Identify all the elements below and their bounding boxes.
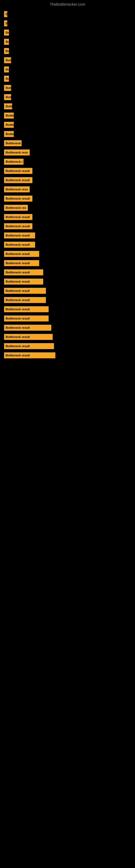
bar-label: Bottleneck resu: [4, 186, 30, 192]
bar-row: Bottleneck result: [4, 342, 131, 350]
bar-label: Bottleneck result: [4, 279, 43, 284]
bar-label: Bottleneck result: [4, 315, 49, 321]
bar-label: Bottleneck result: [4, 232, 35, 239]
bar-label: Bottleneck result: [4, 168, 32, 174]
bar-row: Bottleneck result: [4, 305, 131, 313]
bar-label: B: [4, 11, 7, 17]
bar-row: Bottleneck result: [4, 278, 131, 285]
bar-row: Bottleneck result: [4, 167, 131, 175]
bar-row: B: [4, 20, 131, 27]
bar-label: Bottleneck result: [4, 352, 55, 358]
bar-label: Bottleneck result: [4, 177, 32, 183]
bar-row: Bottleneck result: [4, 324, 131, 332]
bar-row: Bott: [4, 56, 131, 64]
bar-row: Bottleneck result: [4, 296, 131, 304]
bar-label: Bottleneck result: [4, 269, 43, 275]
bar-row: Bottleneck res: [4, 204, 131, 212]
bar-label: Bott: [4, 94, 11, 100]
bar-label: Bottleneck: [4, 140, 21, 146]
bar-label: Bottleneck res: [4, 205, 28, 211]
bar-row: Bo: [4, 47, 131, 55]
bar-row: Bottleneck result: [4, 269, 131, 276]
bar-row: Bottleneck result: [4, 213, 131, 221]
bars-container: BBBoBoBoBottBoBoBottBottBottlBottleBottl…: [0, 8, 135, 364]
bar-row: Bottleneck result: [4, 195, 131, 203]
bar-row: Bo: [4, 66, 131, 73]
bar-row: B: [4, 10, 131, 18]
bar-row: Bottleneck result: [4, 176, 131, 184]
bar-label: Bottleneck result: [4, 251, 39, 257]
bar-row: Bottleneck r: [4, 158, 131, 165]
bar-label: Bottle: [4, 131, 14, 137]
bar-row: Bottleneck result: [4, 351, 131, 359]
bar-label: Bottleneck result: [4, 297, 46, 303]
bar-label: Bottleneck r: [4, 159, 24, 165]
bar-row: Bottleneck resu: [4, 186, 131, 193]
bar-label: Bottleneck result: [4, 325, 51, 331]
bar-label: Bottl: [4, 103, 12, 109]
site-title: TheBottlenecker.com: [0, 0, 135, 8]
bar-label: Bott: [4, 85, 11, 91]
bar-label: Bottleneck result: [4, 343, 54, 349]
bar-label: Bottle: [4, 122, 14, 128]
bar-label: B: [4, 20, 7, 26]
bar-label: Bo: [4, 66, 9, 72]
bar-row: Bottle: [4, 130, 131, 138]
bar-row: Bottleneck result: [4, 333, 131, 341]
bar-label: Bottleneck resu: [4, 150, 30, 155]
bar-label: Bottleneck result: [4, 214, 32, 220]
bar-row: Bott: [4, 84, 131, 92]
bar-row: Bottleneck result: [4, 315, 131, 322]
bar-row: Bottleneck result: [4, 259, 131, 267]
bar-row: Bottleneck result: [4, 250, 131, 258]
bar-row: Bottleneck result: [4, 287, 131, 294]
bar-label: Bottleneck result: [4, 306, 49, 312]
bar-row: Bottle: [4, 112, 131, 119]
bar-row: Bottl: [4, 102, 131, 110]
bar-row: Bo: [4, 29, 131, 36]
bar-row: Bottleneck result: [4, 241, 131, 248]
bar-row: Bottle: [4, 121, 131, 129]
bar-label: Bottleneck result: [4, 242, 35, 248]
bar-label: Bo: [4, 48, 9, 54]
bar-label: Bottleneck result: [4, 334, 53, 340]
bar-label: Bo: [4, 39, 9, 45]
bar-row: Bott: [4, 93, 131, 101]
bar-label: Bottle: [4, 113, 14, 119]
bar-row: Bottleneck result: [4, 222, 131, 230]
bar-row: Bo: [4, 38, 131, 45]
bar-label: Bo: [4, 30, 9, 35]
bar-label: Bottleneck result: [4, 223, 32, 229]
bar-row: Bottleneck: [4, 140, 131, 147]
bar-label: Bottleneck result: [4, 288, 46, 294]
bar-label: Bottleneck result: [4, 260, 39, 266]
bar-row: Bottleneck result: [4, 231, 131, 239]
bar-label: Bott: [4, 57, 11, 63]
bar-label: Bo: [4, 76, 9, 82]
bar-row: Bo: [4, 75, 131, 83]
bar-label: Bottleneck result: [4, 195, 32, 202]
bar-row: Bottleneck resu: [4, 149, 131, 156]
